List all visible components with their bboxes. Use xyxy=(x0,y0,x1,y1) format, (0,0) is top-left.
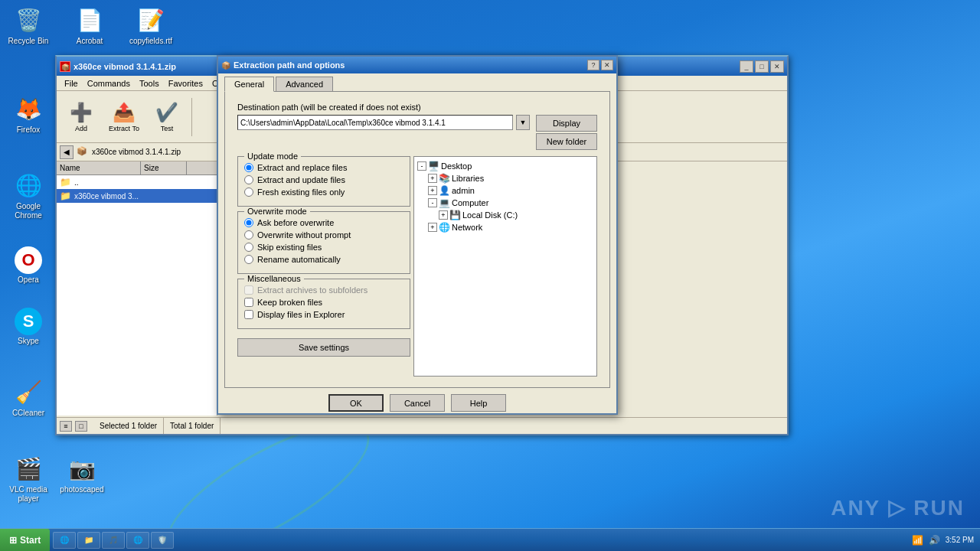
tree-expand-network[interactable]: + xyxy=(428,223,437,232)
ok-button[interactable]: OK xyxy=(328,394,384,412)
tree-expand-computer[interactable]: - xyxy=(428,198,437,207)
tree-local-disk[interactable]: + 💾 Local Disk (C:) xyxy=(417,209,593,221)
folder-up-icon: 📁 xyxy=(60,177,71,187)
chrome-icon[interactable]: 🌐 Google Chrome xyxy=(2,167,55,223)
dest-dropdown-button[interactable]: ▼ xyxy=(516,115,530,130)
save-settings-button[interactable]: Save settings xyxy=(237,338,410,357)
admin-icon: 👤 xyxy=(439,185,450,196)
status-selected: Selected 1 folder xyxy=(93,418,164,434)
col-size[interactable]: Size xyxy=(141,161,187,174)
winrar-title-icon: 📦 xyxy=(60,61,70,72)
tree-computer-label: Computer xyxy=(452,198,488,207)
acrobat-image: 📄 xyxy=(74,5,105,35)
check-display-explorer-label: Display files in Explorer xyxy=(257,310,345,319)
tree-admin[interactable]: + 👤 admin xyxy=(417,184,593,197)
tree-expand-libraries[interactable]: + xyxy=(428,174,437,183)
opera-icon[interactable]: O Opera xyxy=(2,243,55,288)
check-keep-broken-input[interactable] xyxy=(244,298,253,307)
folder-tree: - 🖥️ Desktop + 📚 Libraries + xyxy=(413,156,597,377)
acrobat-icon[interactable]: 📄 Acrobat xyxy=(63,2,116,49)
back-button[interactable]: ◀ xyxy=(60,145,74,159)
help-button[interactable]: Help xyxy=(451,394,506,412)
taskbar-ie[interactable]: 🌐 xyxy=(53,532,76,549)
firefox-icon[interactable]: 🦊 Firefox xyxy=(2,90,55,138)
dest-input[interactable] xyxy=(237,115,513,130)
radio-extract-update-input[interactable] xyxy=(244,175,253,184)
tab-general[interactable]: General xyxy=(224,77,274,92)
skype-icon[interactable]: S Skype xyxy=(2,305,55,349)
tree-network[interactable]: + 🌐 Network xyxy=(417,221,593,233)
dialog-buttons: OK Cancel Help xyxy=(218,388,616,418)
network-icon: 🌐 xyxy=(439,222,450,233)
radio-overwrite-without: Overwrite without prompt xyxy=(244,230,403,240)
misc-title: Miscellaneous xyxy=(244,274,304,283)
dialog-split: Update mode Extract and replace files Ex… xyxy=(237,156,597,377)
toolbar-test-button[interactable]: ✔️ Test xyxy=(147,94,187,140)
dialog-help-button[interactable]: ? xyxy=(587,60,599,70)
cancel-button[interactable]: Cancel xyxy=(390,394,445,412)
tree-admin-label: admin xyxy=(452,186,475,195)
action-buttons: Display New folder xyxy=(536,115,597,150)
vlc-icon[interactable]: 🎬 VLC media player xyxy=(2,450,55,507)
radio-ask-before-input[interactable] xyxy=(244,218,253,227)
radio-skip-existing-input[interactable] xyxy=(244,243,253,252)
tab-advanced[interactable]: Advanced xyxy=(276,77,333,91)
display-button[interactable]: Display xyxy=(536,115,597,132)
radio-rename-auto: Rename automatically xyxy=(244,255,403,264)
folder-icon: 📁 xyxy=(60,191,71,201)
new-folder-button[interactable]: New folder xyxy=(536,133,597,150)
taskbar-media[interactable]: 🎵 xyxy=(102,532,125,549)
minimize-button[interactable]: _ xyxy=(740,60,753,73)
toolbar-extract-label: Extract To xyxy=(109,125,139,132)
photoscaped-icon[interactable]: 📷 photoscaped xyxy=(55,450,109,497)
ccleaner-icon[interactable]: 🧹 CCleaner xyxy=(2,373,55,421)
dialog-tabs: General Advanced xyxy=(218,73,616,91)
check-display-explorer-input[interactable] xyxy=(244,310,253,319)
tree-network-label: Network xyxy=(452,223,482,232)
radio-fresh-existing-label: Fresh existing files only xyxy=(257,187,345,197)
radio-overwrite-without-input[interactable] xyxy=(244,230,253,240)
menu-file[interactable]: File xyxy=(60,77,83,90)
radio-fresh-existing-input[interactable] xyxy=(244,187,253,197)
recycle-bin-image: 🗑️ xyxy=(13,5,44,35)
taskbar-chrome-icon: 🌐 xyxy=(133,536,142,544)
radio-extract-update-label: Extract and update files xyxy=(257,175,345,184)
check-display-explorer: Display files in Explorer xyxy=(244,310,403,319)
menu-commands[interactable]: Commands xyxy=(83,77,135,90)
maximize-button[interactable]: □ xyxy=(755,60,769,73)
taskbar-explorer[interactable]: 📁 xyxy=(77,532,100,549)
toolbar-test-label: Test xyxy=(161,125,174,132)
radio-extract-update: Extract and update files xyxy=(244,175,403,184)
tree-libraries-label: Libraries xyxy=(452,174,484,183)
col-name[interactable]: Name xyxy=(57,161,141,174)
start-label: Start xyxy=(20,535,41,546)
tree-expand-admin[interactable]: + xyxy=(428,186,437,195)
tree-libraries[interactable]: + 📚 Libraries xyxy=(417,172,593,184)
radio-rename-auto-input[interactable] xyxy=(244,255,253,264)
status-total: Total 1 folder xyxy=(164,418,220,434)
check-extract-subfolders-input[interactable] xyxy=(244,285,253,295)
toolbar-divider xyxy=(191,98,192,136)
close-button[interactable]: ✕ xyxy=(770,60,784,73)
file-row-dotdot[interactable]: 📁 .. xyxy=(57,175,217,189)
archive-icon: 📦 xyxy=(77,146,89,158)
tree-desktop[interactable]: - 🖥️ Desktop xyxy=(417,160,593,172)
menu-tools[interactable]: Tools xyxy=(135,77,164,90)
menu-favorites[interactable]: Favorites xyxy=(164,77,207,90)
dialog-close-button[interactable]: ✕ xyxy=(601,60,613,70)
tree-expand-desktop[interactable]: - xyxy=(417,161,426,171)
taskbar-chrome[interactable]: 🌐 xyxy=(126,532,149,549)
start-button[interactable]: ⊞ Start xyxy=(0,529,50,552)
copyfields-icon[interactable]: 📝 copyfields.rtf xyxy=(124,2,178,49)
tree-expand-local-disk[interactable]: + xyxy=(439,210,448,220)
recycle-bin-icon[interactable]: 🗑️ Recycle Bin xyxy=(2,2,55,49)
radio-ask-before: Ask before overwrite xyxy=(244,218,403,227)
taskbar-shield[interactable]: 🛡️ xyxy=(151,532,174,549)
radio-extract-replace: Extract and replace files xyxy=(244,163,403,172)
file-row-x360[interactable]: 📁 x360ce vibmod 3... xyxy=(57,189,217,203)
toolbar-add-button[interactable]: ➕ Add xyxy=(61,94,101,140)
toolbar-extract-button[interactable]: 📤 Extract To xyxy=(104,94,144,140)
time-display: 3:52 PM xyxy=(946,536,974,544)
radio-extract-replace-input[interactable] xyxy=(244,163,253,172)
tree-computer[interactable]: - 💻 Computer xyxy=(417,197,593,209)
